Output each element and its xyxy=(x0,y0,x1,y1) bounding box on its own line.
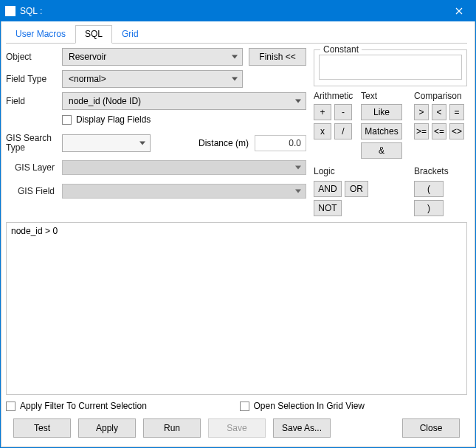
saveas-button[interactable]: Save As... xyxy=(273,418,331,438)
gis-layer-label: GIS Layer xyxy=(6,162,56,173)
gis-layer-row: GIS Layer xyxy=(6,160,306,175)
open-grid-checkbox[interactable] xyxy=(240,402,249,411)
tab-user-macros[interactable]: User Macros xyxy=(6,25,75,44)
and-button[interactable]: AND xyxy=(314,181,342,197)
not-button[interactable]: NOT xyxy=(314,200,342,216)
test-button[interactable]: Test xyxy=(13,418,71,438)
form-column: Object Reservoir Finish << Field Type <n… xyxy=(6,48,306,216)
tab-grid[interactable]: Grid xyxy=(112,25,148,44)
run-button[interactable]: Run xyxy=(143,418,201,438)
save-button: Save xyxy=(208,418,266,438)
brackets-column: Brackets ( ) xyxy=(414,166,467,216)
arith-column: + - x / xyxy=(314,104,361,159)
gis-search-type-select[interactable] xyxy=(62,134,151,152)
open-grid-label: Open Selection In Grid View xyxy=(254,401,365,411)
sql-textarea[interactable]: node_id > 0 xyxy=(6,222,467,395)
like-button[interactable]: Like xyxy=(361,104,402,120)
finish-button[interactable]: Finish << xyxy=(249,48,306,66)
display-flag-row: Display Flag Fields xyxy=(62,114,306,125)
apply-filter-label: Apply Filter To Current Selection xyxy=(20,401,147,411)
neq-button[interactable]: <> xyxy=(449,123,464,139)
tab-strip: User Macros SQL Grid xyxy=(6,24,467,44)
matches-button[interactable]: Matches xyxy=(361,123,402,139)
plus-button[interactable]: + xyxy=(314,104,331,120)
gis-field-select[interactable] xyxy=(62,184,306,199)
concat-button[interactable]: & xyxy=(361,142,402,159)
chevron-down-icon xyxy=(232,77,238,81)
sql-window: SQL : User Macros SQL Grid Object Reserv… xyxy=(0,0,476,448)
object-label: Object xyxy=(6,52,56,62)
gis-field-row: GIS Field xyxy=(6,184,306,199)
object-value: Reservoir xyxy=(69,52,106,62)
logic-label: Logic xyxy=(314,166,414,176)
lte-button[interactable]: <= xyxy=(432,123,446,139)
multiply-button[interactable]: x xyxy=(314,123,331,139)
app-icon xyxy=(5,6,15,16)
apply-button[interactable]: Apply xyxy=(78,418,136,438)
distance-label: Distance (m) xyxy=(199,138,249,148)
client-area: User Macros SQL Grid Object Reservoir Fi… xyxy=(1,21,475,447)
gte-button[interactable]: >= xyxy=(414,123,429,139)
field-type-row: Field Type <normal> xyxy=(6,70,306,88)
gis-search-type-label: GIS Search Type xyxy=(6,134,56,153)
chevron-down-icon xyxy=(295,166,301,170)
gis-field-label: GIS Field xyxy=(6,186,56,196)
window-title: SQL : xyxy=(20,6,446,16)
field-value: node_id (Node ID) xyxy=(69,96,141,106)
lt-button[interactable]: < xyxy=(432,104,446,120)
field-label: Field xyxy=(6,96,56,106)
close-button[interactable]: Close xyxy=(402,418,460,438)
constant-fieldset: Constant xyxy=(314,49,467,86)
chevron-down-icon xyxy=(232,55,238,59)
display-flag-label: Display Flag Fields xyxy=(76,114,151,125)
field-row: Field node_id (Node ID) xyxy=(6,92,306,110)
minus-button[interactable]: - xyxy=(334,104,352,120)
chevron-down-icon xyxy=(139,142,145,145)
close-paren-button[interactable]: ) xyxy=(414,200,444,216)
comparison-column: > < = >= <= <> xyxy=(414,104,467,159)
arithmetic-label: Arithmetic xyxy=(314,91,361,101)
text-label: Text xyxy=(361,91,414,101)
operators-header: Arithmetic Text Comparison xyxy=(314,91,467,101)
gis-search-row: GIS Search Type Distance (m) xyxy=(6,134,306,153)
text-column: Like Matches & xyxy=(361,104,414,159)
brackets-label: Brackets xyxy=(414,166,467,176)
or-button[interactable]: OR xyxy=(345,181,368,197)
gt-button[interactable]: > xyxy=(414,104,429,120)
comparison-label: Comparison xyxy=(414,91,467,101)
divide-button[interactable]: / xyxy=(334,123,352,139)
close-icon xyxy=(455,7,463,15)
field-type-label: Field Type xyxy=(6,74,56,84)
footer-buttons: Test Apply Run Save Save As... Close xyxy=(6,418,467,441)
upper-panel: Object Reservoir Finish << Field Type <n… xyxy=(6,48,467,216)
footer-checks: Apply Filter To Current Selection Open S… xyxy=(6,401,467,411)
gis-layer-select[interactable] xyxy=(62,160,306,175)
operators-row: + - x / Like Matches & xyxy=(314,104,467,159)
chevron-down-icon xyxy=(295,100,301,103)
open-paren-button[interactable]: ( xyxy=(414,181,444,197)
operator-column: Constant Arithmetic Text Comparison + - xyxy=(314,48,467,216)
object-row: Object Reservoir Finish << xyxy=(6,48,306,66)
field-type-select[interactable]: <normal> xyxy=(62,70,243,88)
logic-brackets-row: Logic AND OR NOT Brackets ( ) xyxy=(314,166,467,216)
chevron-down-icon xyxy=(295,190,301,193)
titlebar: SQL : xyxy=(1,1,475,21)
distance-input[interactable] xyxy=(255,135,306,151)
constant-legend: Constant xyxy=(320,44,362,55)
constant-input[interactable] xyxy=(319,55,462,80)
field-select[interactable]: node_id (Node ID) xyxy=(62,92,306,110)
logic-column: Logic AND OR NOT xyxy=(314,166,414,216)
apply-filter-checkbox[interactable] xyxy=(6,402,15,411)
eq-button[interactable]: = xyxy=(449,104,464,120)
field-type-value: <normal> xyxy=(69,74,106,84)
object-select[interactable]: Reservoir xyxy=(62,48,243,66)
display-flag-checkbox[interactable] xyxy=(62,115,72,125)
tab-sql[interactable]: SQL xyxy=(75,25,112,44)
close-window-button[interactable] xyxy=(446,1,472,21)
